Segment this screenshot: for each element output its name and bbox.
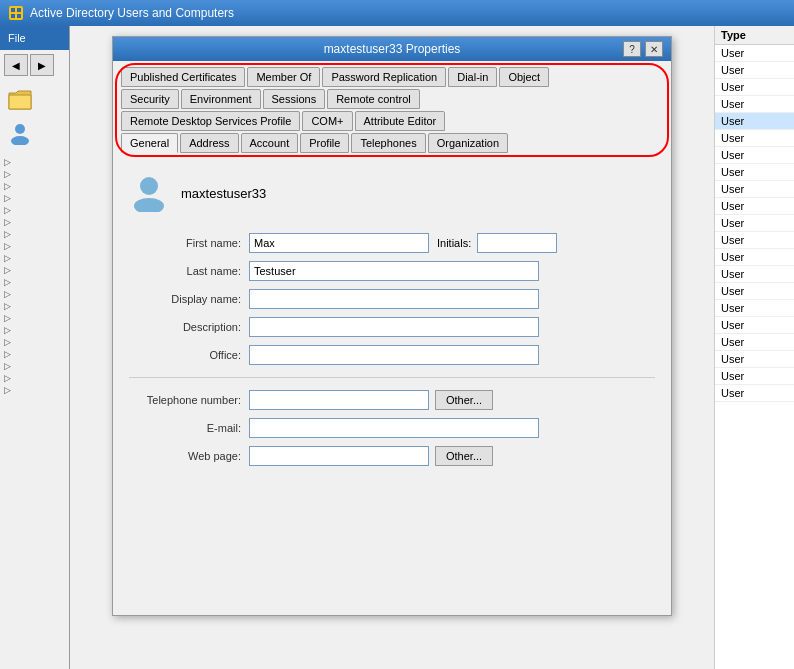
tab-remote-control[interactable]: Remote control xyxy=(327,89,420,109)
email-label: E-mail: xyxy=(129,422,249,434)
display-name-input[interactable] xyxy=(249,289,539,309)
type-item[interactable]: User xyxy=(715,249,794,266)
tree-item[interactable]: ▷ xyxy=(2,360,67,372)
avatar xyxy=(129,173,169,213)
tree-item[interactable]: ▷ xyxy=(2,252,67,264)
telephone-other-button[interactable]: Other... xyxy=(435,390,493,410)
type-item[interactable]: User xyxy=(715,181,794,198)
tab-environment[interactable]: Environment xyxy=(181,89,261,109)
user-icon[interactable] xyxy=(4,118,36,150)
type-item[interactable]: User xyxy=(715,368,794,385)
close-button[interactable]: ✕ xyxy=(645,41,663,57)
office-label: Office: xyxy=(129,349,249,361)
tree-item[interactable]: ▷ xyxy=(2,180,67,192)
svg-rect-2 xyxy=(17,8,21,12)
last-name-label: Last name: xyxy=(129,265,249,277)
svg-rect-3 xyxy=(11,14,15,18)
type-item-selected[interactable]: User xyxy=(715,113,794,130)
sidebar: File ◀ ▶ ▷ ▷ ▷ ▷ ▷ xyxy=(0,26,70,669)
tree-item[interactable]: ▷ xyxy=(2,300,67,312)
tab-address[interactable]: Address xyxy=(180,133,238,153)
email-input[interactable] xyxy=(249,418,539,438)
tab-dial-in[interactable]: Dial-in xyxy=(448,67,497,87)
svg-point-7 xyxy=(140,177,158,195)
first-name-input[interactable] xyxy=(249,233,429,253)
tab-object[interactable]: Object xyxy=(499,67,549,87)
telephone-input[interactable] xyxy=(249,390,429,410)
first-name-label: First name: xyxy=(129,237,249,249)
tree-item[interactable]: ▷ xyxy=(2,168,67,180)
type-item[interactable]: User xyxy=(715,164,794,181)
tree-item[interactable]: ▷ xyxy=(2,276,67,288)
tree-item[interactable]: ▷ xyxy=(2,384,67,396)
last-name-row: Last name: xyxy=(129,261,655,281)
tab-com[interactable]: COM+ xyxy=(302,111,352,131)
tab-area: Published Certificates Member Of Passwor… xyxy=(113,61,671,159)
last-name-input[interactable] xyxy=(249,261,539,281)
type-item[interactable]: User xyxy=(715,266,794,283)
folder-icon[interactable] xyxy=(4,84,36,116)
type-item[interactable]: User xyxy=(715,351,794,368)
tab-general[interactable]: General xyxy=(121,133,178,153)
tab-attribute-editor[interactable]: Attribute Editor xyxy=(355,111,446,131)
right-panel: Type User User User User User User User … xyxy=(714,26,794,669)
initials-group: Initials: xyxy=(437,233,557,253)
type-item[interactable]: User xyxy=(715,232,794,249)
type-item[interactable]: User xyxy=(715,62,794,79)
tree-item[interactable]: ▷ xyxy=(2,324,67,336)
tab-profile[interactable]: Profile xyxy=(300,133,349,153)
tab-published-certificates[interactable]: Published Certificates xyxy=(121,67,245,87)
tree-item[interactable]: ▷ xyxy=(2,288,67,300)
back-button[interactable]: ◀ xyxy=(4,54,28,76)
tab-password-replication[interactable]: Password Replication xyxy=(322,67,446,87)
sidebar-icons xyxy=(0,80,69,154)
help-button[interactable]: ? xyxy=(623,41,641,57)
tab-security[interactable]: Security xyxy=(121,89,179,109)
dialog-controls: ? ✕ xyxy=(623,41,663,57)
tab-row-1: Published Certificates Member Of Passwor… xyxy=(121,67,663,87)
office-input[interactable] xyxy=(249,345,539,365)
center-area: maxtestuser33 Properties ? ✕ Published C… xyxy=(70,26,714,669)
type-item[interactable]: User xyxy=(715,317,794,334)
webpage-input[interactable] xyxy=(249,446,429,466)
type-item[interactable]: User xyxy=(715,45,794,62)
forward-button[interactable]: ▶ xyxy=(30,54,54,76)
tab-member-of[interactable]: Member Of xyxy=(247,67,320,87)
tree-item[interactable]: ▷ xyxy=(2,372,67,384)
initials-input[interactable] xyxy=(477,233,557,253)
tree-item[interactable]: ▷ xyxy=(2,312,67,324)
tree-items: ▷ ▷ ▷ ▷ ▷ ▷ ▷ ▷ ▷ ▷ ▷ ▷ ▷ ▷ ▷ ▷ ▷ ▷ ▷ ▷ xyxy=(0,154,69,669)
tab-rdp[interactable]: Remote Desktop Services Profile xyxy=(121,111,300,131)
svg-point-6 xyxy=(11,136,29,145)
type-item[interactable]: User xyxy=(715,215,794,232)
nav-buttons: ◀ ▶ xyxy=(0,50,69,80)
type-item[interactable]: User xyxy=(715,96,794,113)
webpage-other-button[interactable]: Other... xyxy=(435,446,493,466)
tab-sessions[interactable]: Sessions xyxy=(263,89,326,109)
tree-item[interactable]: ▷ xyxy=(2,192,67,204)
tree-item[interactable]: ▷ xyxy=(2,240,67,252)
type-item[interactable]: User xyxy=(715,300,794,317)
tree-item[interactable]: ▷ xyxy=(2,348,67,360)
dialog-title: maxtestuser33 Properties xyxy=(161,42,623,56)
type-item[interactable]: User xyxy=(715,198,794,215)
tree-item[interactable]: ▷ xyxy=(2,204,67,216)
type-item[interactable]: User xyxy=(715,385,794,402)
type-item[interactable]: User xyxy=(715,334,794,351)
tree-item[interactable]: ▷ xyxy=(2,156,67,168)
type-item[interactable]: User xyxy=(715,130,794,147)
tree-item[interactable]: ▷ xyxy=(2,216,67,228)
first-name-row: First name: Initials: xyxy=(129,233,655,253)
description-input[interactable] xyxy=(249,317,539,337)
tab-telephones[interactable]: Telephones xyxy=(351,133,425,153)
type-item[interactable]: User xyxy=(715,79,794,96)
file-menu[interactable]: File xyxy=(0,26,69,50)
type-item[interactable]: User xyxy=(715,147,794,164)
tree-item[interactable]: ▷ xyxy=(2,228,67,240)
tree-item[interactable]: ▷ xyxy=(2,336,67,348)
type-item[interactable]: User xyxy=(715,283,794,300)
tab-organization[interactable]: Organization xyxy=(428,133,508,153)
tree-item[interactable]: ▷ xyxy=(2,264,67,276)
tab-account[interactable]: Account xyxy=(241,133,299,153)
office-row: Office: xyxy=(129,345,655,365)
